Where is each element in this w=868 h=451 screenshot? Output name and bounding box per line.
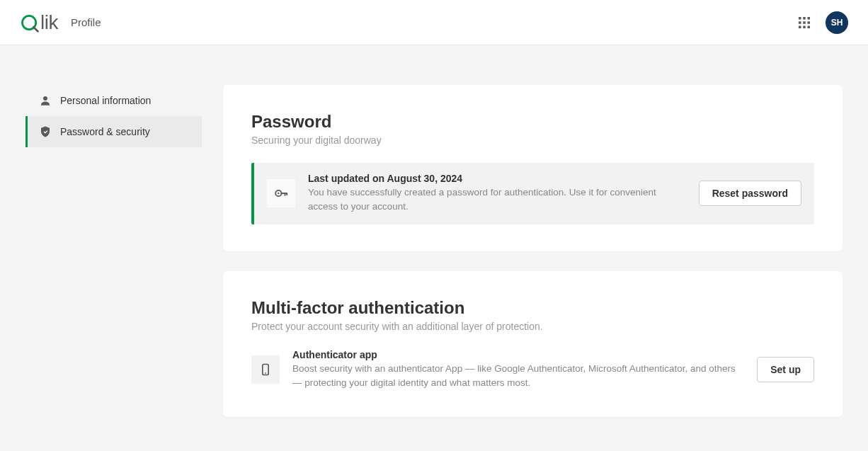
svg-point-12 bbox=[278, 193, 279, 194]
avatar[interactable]: SH bbox=[826, 11, 848, 34]
svg-rect-3 bbox=[808, 17, 811, 20]
main: Password Securing your digital doorway L… bbox=[202, 85, 868, 437]
password-title: Password bbox=[251, 112, 814, 132]
password-card: Password Securing your digital doorway L… bbox=[223, 85, 843, 251]
logo-text: lik bbox=[40, 11, 58, 34]
reset-password-button[interactable]: Reset password bbox=[699, 181, 801, 206]
mfa-subtitle: Protect your account security with an ad… bbox=[251, 321, 814, 332]
header-right: SH bbox=[796, 11, 848, 34]
svg-rect-8 bbox=[803, 25, 806, 28]
key-icon bbox=[267, 179, 295, 207]
mfa-app-desc: Boost security with an authenticator App… bbox=[292, 362, 744, 391]
smartphone-icon bbox=[251, 355, 280, 384]
password-banner-title: Last updated on August 30, 2024 bbox=[308, 173, 686, 184]
sidebar: Personal information Password & security bbox=[0, 85, 202, 437]
qlik-logo[interactable]: lik bbox=[20, 11, 58, 34]
svg-rect-4 bbox=[799, 21, 801, 24]
mfa-app-text: Authenticator app Boost security with an… bbox=[292, 349, 744, 391]
content: Personal information Password & security… bbox=[0, 45, 868, 437]
brand: lik Profile bbox=[20, 11, 101, 34]
sidebar-item-personal-info[interactable]: Personal information bbox=[25, 85, 202, 116]
svg-rect-9 bbox=[808, 25, 811, 28]
mfa-authenticator-row: Authenticator app Boost security with an… bbox=[251, 349, 814, 391]
password-banner-desc: You have successfully created a password… bbox=[308, 185, 686, 215]
svg-rect-1 bbox=[799, 17, 801, 20]
password-status-banner: Last updated on August 30, 2024 You have… bbox=[251, 163, 814, 224]
sidebar-item-label: Password & security bbox=[60, 126, 150, 137]
page-title: Profile bbox=[71, 16, 101, 28]
svg-rect-5 bbox=[803, 21, 806, 24]
app-launcher-icon[interactable] bbox=[796, 14, 813, 31]
setup-mfa-button[interactable]: Set up bbox=[757, 357, 814, 382]
header: lik Profile SH bbox=[0, 0, 868, 45]
svg-point-10 bbox=[43, 96, 47, 101]
mfa-app-title: Authenticator app bbox=[292, 349, 744, 360]
shield-icon bbox=[39, 125, 52, 138]
sidebar-item-password-security[interactable]: Password & security bbox=[25, 116, 202, 147]
sidebar-item-label: Personal information bbox=[60, 95, 151, 106]
password-subtitle: Securing your digital doorway bbox=[251, 135, 814, 146]
mfa-card: Multi-factor authentication Protect your… bbox=[223, 271, 843, 418]
mfa-title: Multi-factor authentication bbox=[251, 298, 814, 318]
svg-rect-7 bbox=[799, 25, 801, 28]
password-banner-text: Last updated on August 30, 2024 You have… bbox=[308, 173, 686, 215]
person-icon bbox=[39, 94, 52, 107]
svg-rect-2 bbox=[803, 17, 806, 20]
svg-rect-6 bbox=[808, 21, 811, 24]
